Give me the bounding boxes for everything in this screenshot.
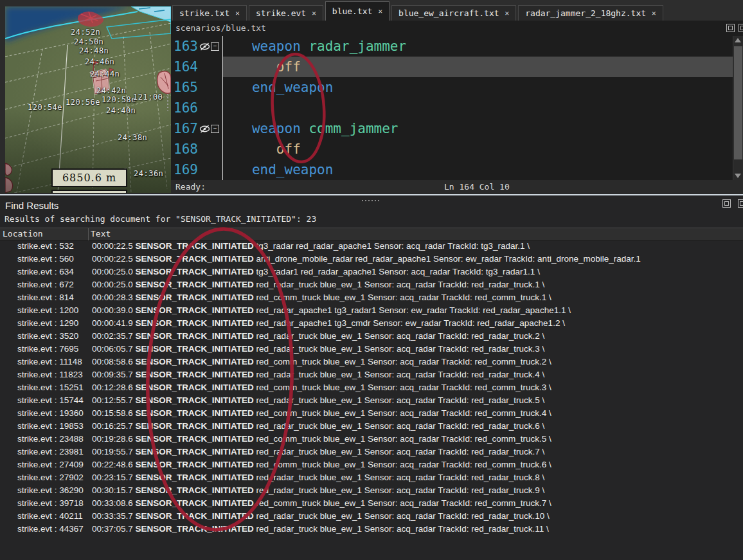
close-icon[interactable]	[738, 199, 743, 208]
tab-close-icon[interactable]: ✕	[235, 9, 240, 17]
result-location: strike.evt : 1200	[0, 305, 88, 318]
grid-label: 120:56e	[66, 98, 100, 107]
result-row[interactable]: strike.evt : 67200:00:25.0 SENSOR_TRACK_…	[0, 280, 743, 293]
line-number: 165	[171, 80, 198, 95]
code-line-163[interactable]: 163− weapon radar_jammer	[171, 36, 743, 57]
grid-label: 121:00	[133, 93, 163, 102]
code-line-168[interactable]: 168 off	[171, 139, 743, 159]
line-number: 166	[171, 100, 198, 116]
result-location: strike.evt : 1290	[0, 318, 88, 331]
result-location: strike.evt : 23488	[0, 434, 88, 447]
result-row[interactable]: strike.evt : 2398100:19:55.7 SENSOR_TRAC…	[0, 447, 743, 460]
tab-label: blue_ew_aircraft.txt	[398, 8, 499, 18]
result-row[interactable]: strike.evt : 2790200:23:15.7 SENSOR_TRAC…	[0, 473, 743, 485]
result-row[interactable]: strike.evt : 4021100:33:35.7 SENSOR_TRAC…	[0, 511, 743, 524]
undock-icon[interactable]	[722, 199, 731, 208]
vertical-splitter-handle[interactable]	[167, 94, 168, 111]
close-icon[interactable]	[739, 24, 743, 32]
grid-label: 24:36n	[134, 169, 163, 178]
result-location: strike.evt : 44367	[0, 524, 88, 537]
scrollbar-up-icon[interactable]	[735, 38, 741, 42]
find-results-panel: Find Results Results of searching docume…	[0, 195, 743, 560]
tab-close-icon[interactable]: ✕	[652, 9, 656, 17]
results-pane-icons	[722, 199, 743, 208]
code-line-165[interactable]: 165 end_weapon	[171, 77, 743, 98]
result-text: 00:08:58.6 SENSOR_TRACK_INITIATED red_co…	[88, 357, 743, 370]
result-location: strike.evt : 19360	[0, 408, 88, 421]
tab-strike-txt[interactable]: strike.txt✕	[172, 5, 247, 21]
result-row[interactable]: strike.evt : 1182300:09:35.7 SENSOR_TRAC…	[0, 370, 743, 383]
map-pane: 24:52n24:50n24:48n24:46n24:44n24:42n24:4…	[0, 0, 171, 194]
status-ready: Ready:	[171, 182, 206, 192]
result-row[interactable]: strike.evt : 120000:00:39.0 SENSOR_TRACK…	[0, 305, 743, 318]
result-row[interactable]: strike.evt : 769500:06:05.7 SENSOR_TRACK…	[0, 344, 743, 357]
tab-close-icon[interactable]: ✕	[312, 9, 316, 17]
eye-slash-icon[interactable]	[199, 42, 210, 51]
grid-label: 24:50n	[74, 37, 103, 46]
breadcrumb-bar: scenarios/blue.txt	[171, 21, 743, 36]
result-row[interactable]: strike.evt : 129000:00:41.9 SENSOR_TRACK…	[0, 318, 743, 331]
undock-icon[interactable]	[726, 24, 735, 32]
code-editor[interactable]: 163− weapon radar_jammer164 off165 end_w…	[171, 36, 743, 180]
editor-scrollbar[interactable]	[733, 36, 743, 180]
scrollbar-thumb[interactable]	[734, 46, 742, 159]
result-row[interactable]: strike.evt : 3971800:33:08.6 SENSOR_TRAC…	[0, 498, 743, 511]
code-line-166[interactable]: 166	[171, 98, 743, 118]
tab-label: radar_jammer_2_18ghz.txt	[525, 8, 646, 18]
result-text: 00:12:28.6 SENSOR_TRACK_INITIATED red_co…	[88, 383, 743, 395]
grid-label: 24:48n	[79, 46, 109, 55]
result-text: 00:33:35.7 SENSOR_TRACK_INITIATED red_ra…	[88, 511, 743, 524]
result-location: strike.evt : 672	[0, 280, 88, 293]
result-text: 00:00:22.5 SENSOR_TRACK_INITIATED anti_d…	[88, 254, 743, 267]
tab-strike-evt[interactable]: strike.evt✕	[249, 5, 323, 21]
find-results-summary: Results of searching document for "SENSO…	[4, 214, 316, 224]
result-location: strike.evt : 560	[0, 254, 88, 267]
drag-handle[interactable]	[362, 200, 381, 201]
result-text: 00:12:55.7 SENSOR_TRACK_INITIATED red_ra…	[88, 395, 743, 408]
tab-blue-ew-aircraft-txt[interactable]: blue_ew_aircraft.txt✕	[391, 5, 516, 21]
result-row[interactable]: strike.evt : 3629000:30:15.7 SENSOR_TRAC…	[0, 485, 743, 498]
fold-collapse-icon[interactable]: −	[211, 42, 219, 51]
eye-slash-icon[interactable]	[199, 125, 210, 133]
tab-blue-txt[interactable]: blue.txt✕	[325, 1, 389, 21]
result-location: strike.evt : 7695	[0, 344, 88, 357]
result-row[interactable]: strike.evt : 2740900:22:48.6 SENSOR_TRAC…	[0, 460, 743, 473]
result-row[interactable]: strike.evt : 63400:00:25.0 SENSOR_TRACK_…	[0, 267, 743, 280]
result-row[interactable]: strike.evt : 1114800:08:58.6 SENSOR_TRAC…	[0, 357, 743, 370]
result-location: strike.evt : 39718	[0, 498, 88, 511]
result-row[interactable]: strike.evt : 1936000:15:58.6 SENSOR_TRAC…	[0, 408, 743, 421]
code-line-164[interactable]: 164 off	[171, 57, 743, 77]
result-row[interactable]: strike.evt : 2348800:19:28.6 SENSOR_TRAC…	[0, 434, 743, 447]
tab-label: strike.evt	[256, 8, 306, 18]
result-text: 00:00:22.5 SENSOR_TRACK_INITIATED tg3_ra…	[88, 241, 743, 254]
result-row[interactable]: strike.evt : 56000:00:22.5 SENSOR_TRACK_…	[0, 254, 743, 267]
tab-close-icon[interactable]: ✕	[378, 7, 382, 15]
result-text: 00:16:25.7 SENSOR_TRACK_INITIATED red_ra…	[88, 421, 743, 434]
result-location: strike.evt : 27902	[0, 473, 88, 485]
editor-status-bar: Ready: Ln 164 Col 10	[171, 180, 743, 194]
column-header-text[interactable]: Text	[91, 228, 111, 240]
column-header-location[interactable]: Location	[3, 228, 43, 240]
code-line-167[interactable]: 167− weapon comm_jammer	[171, 118, 743, 139]
result-row[interactable]: strike.evt : 1985300:16:25.7 SENSOR_TRAC…	[0, 421, 743, 434]
result-location: strike.evt : 15744	[0, 395, 88, 408]
grid-label: 120:58e	[102, 95, 136, 104]
grid-label: 24:42n	[96, 86, 126, 95]
map-3d-view[interactable]: 24:52n24:50n24:48n24:46n24:44n24:42n24:4…	[5, 6, 171, 193]
result-row[interactable]: strike.evt : 53200:00:22.5 SENSOR_TRACK_…	[0, 241, 743, 254]
tab-radar-jammer-2-18ghz-txt[interactable]: radar_jammer_2_18ghz.txt✕	[518, 5, 663, 21]
result-row[interactable]: strike.evt : 352000:02:35.7 SENSOR_TRACK…	[0, 331, 743, 344]
result-row[interactable]: strike.evt : 81400:00:28.3 SENSOR_TRACK_…	[0, 293, 743, 305]
result-text: 00:30:15.7 SENSOR_TRACK_INITIATED red_ra…	[88, 485, 743, 498]
code-text	[222, 98, 733, 118]
result-row[interactable]: strike.evt : 1574400:12:55.7 SENSOR_TRAC…	[0, 395, 743, 408]
result-row[interactable]: strike.evt : 4436700:37:05.7 SENSOR_TRAC…	[0, 524, 743, 537]
fold-collapse-icon[interactable]: −	[211, 125, 219, 133]
tab-close-icon[interactable]: ✕	[505, 9, 510, 17]
result-text: 00:00:25.0 SENSOR_TRACK_INITIATED red_ra…	[88, 280, 743, 293]
result-row[interactable]: strike.evt : 1525100:12:28.6 SENSOR_TRAC…	[0, 383, 743, 395]
status-line-col: Ln 164 Col 10	[444, 180, 510, 194]
code-line-169[interactable]: 169 end_weapon	[171, 159, 743, 180]
result-text: 00:09:35.7 SENSOR_TRACK_INITIATED red_ra…	[88, 370, 743, 383]
scrollbar-down-icon[interactable]	[735, 174, 741, 178]
